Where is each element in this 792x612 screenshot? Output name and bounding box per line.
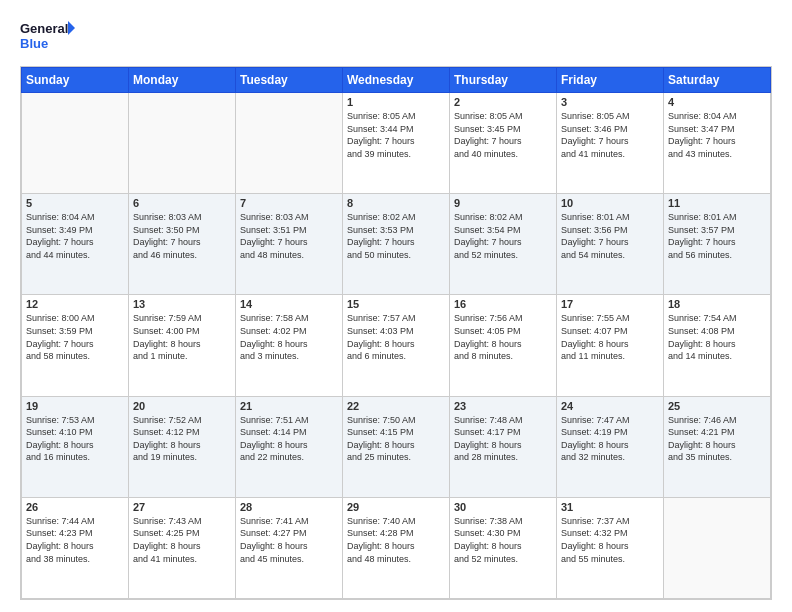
calendar-cell: 10Sunrise: 8:01 AMSunset: 3:56 PMDayligh… (557, 194, 664, 295)
day-number: 13 (133, 298, 231, 310)
day-info: Sunrise: 7:44 AMSunset: 4:23 PMDaylight:… (26, 515, 124, 565)
calendar-cell: 24Sunrise: 7:47 AMSunset: 4:19 PMDayligh… (557, 396, 664, 497)
day-number: 25 (668, 400, 766, 412)
day-number: 9 (454, 197, 552, 209)
svg-text:Blue: Blue (20, 36, 48, 51)
day-number: 24 (561, 400, 659, 412)
calendar-cell: 12Sunrise: 8:00 AMSunset: 3:59 PMDayligh… (22, 295, 129, 396)
day-info: Sunrise: 8:01 AMSunset: 3:56 PMDaylight:… (561, 211, 659, 261)
day-number: 18 (668, 298, 766, 310)
day-info: Sunrise: 8:02 AMSunset: 3:54 PMDaylight:… (454, 211, 552, 261)
calendar-cell: 28Sunrise: 7:41 AMSunset: 4:27 PMDayligh… (236, 497, 343, 598)
logo: General Blue (20, 16, 75, 56)
day-number: 17 (561, 298, 659, 310)
day-number: 26 (26, 501, 124, 513)
day-number: 3 (561, 96, 659, 108)
day-number: 19 (26, 400, 124, 412)
day-number: 29 (347, 501, 445, 513)
day-number: 28 (240, 501, 338, 513)
calendar-cell: 19Sunrise: 7:53 AMSunset: 4:10 PMDayligh… (22, 396, 129, 497)
calendar-cell: 3Sunrise: 8:05 AMSunset: 3:46 PMDaylight… (557, 93, 664, 194)
day-number: 10 (561, 197, 659, 209)
day-number: 1 (347, 96, 445, 108)
day-info: Sunrise: 7:52 AMSunset: 4:12 PMDaylight:… (133, 414, 231, 464)
day-info: Sunrise: 7:51 AMSunset: 4:14 PMDaylight:… (240, 414, 338, 464)
day-info: Sunrise: 8:03 AMSunset: 3:51 PMDaylight:… (240, 211, 338, 261)
col-sunday: Sunday (22, 68, 129, 93)
calendar-cell: 1Sunrise: 8:05 AMSunset: 3:44 PMDaylight… (343, 93, 450, 194)
day-number: 5 (26, 197, 124, 209)
calendar-cell: 2Sunrise: 8:05 AMSunset: 3:45 PMDaylight… (450, 93, 557, 194)
day-number: 27 (133, 501, 231, 513)
page: General Blue Sunday Monday Tuesday Wedne… (0, 0, 792, 612)
calendar-cell: 15Sunrise: 7:57 AMSunset: 4:03 PMDayligh… (343, 295, 450, 396)
calendar-cell (22, 93, 129, 194)
day-number: 7 (240, 197, 338, 209)
calendar-cell (664, 497, 771, 598)
day-info: Sunrise: 7:48 AMSunset: 4:17 PMDaylight:… (454, 414, 552, 464)
col-monday: Monday (129, 68, 236, 93)
calendar-cell (236, 93, 343, 194)
calendar-week-row: 26Sunrise: 7:44 AMSunset: 4:23 PMDayligh… (22, 497, 771, 598)
calendar: Sunday Monday Tuesday Wednesday Thursday… (20, 66, 772, 600)
day-info: Sunrise: 8:00 AMSunset: 3:59 PMDaylight:… (26, 312, 124, 362)
day-info: Sunrise: 7:57 AMSunset: 4:03 PMDaylight:… (347, 312, 445, 362)
day-number: 12 (26, 298, 124, 310)
day-info: Sunrise: 7:38 AMSunset: 4:30 PMDaylight:… (454, 515, 552, 565)
calendar-header-row: Sunday Monday Tuesday Wednesday Thursday… (22, 68, 771, 93)
calendar-cell: 16Sunrise: 7:56 AMSunset: 4:05 PMDayligh… (450, 295, 557, 396)
day-info: Sunrise: 7:54 AMSunset: 4:08 PMDaylight:… (668, 312, 766, 362)
col-thursday: Thursday (450, 68, 557, 93)
col-saturday: Saturday (664, 68, 771, 93)
day-info: Sunrise: 8:04 AMSunset: 3:49 PMDaylight:… (26, 211, 124, 261)
calendar-cell: 23Sunrise: 7:48 AMSunset: 4:17 PMDayligh… (450, 396, 557, 497)
day-number: 21 (240, 400, 338, 412)
calendar-cell: 29Sunrise: 7:40 AMSunset: 4:28 PMDayligh… (343, 497, 450, 598)
day-number: 23 (454, 400, 552, 412)
day-number: 20 (133, 400, 231, 412)
calendar-cell: 18Sunrise: 7:54 AMSunset: 4:08 PMDayligh… (664, 295, 771, 396)
calendar-week-row: 12Sunrise: 8:00 AMSunset: 3:59 PMDayligh… (22, 295, 771, 396)
day-info: Sunrise: 8:04 AMSunset: 3:47 PMDaylight:… (668, 110, 766, 160)
day-info: Sunrise: 7:47 AMSunset: 4:19 PMDaylight:… (561, 414, 659, 464)
day-info: Sunrise: 7:53 AMSunset: 4:10 PMDaylight:… (26, 414, 124, 464)
col-friday: Friday (557, 68, 664, 93)
calendar-cell: 5Sunrise: 8:04 AMSunset: 3:49 PMDaylight… (22, 194, 129, 295)
logo-svg: General Blue (20, 16, 75, 56)
day-number: 6 (133, 197, 231, 209)
day-info: Sunrise: 7:55 AMSunset: 4:07 PMDaylight:… (561, 312, 659, 362)
calendar-cell: 17Sunrise: 7:55 AMSunset: 4:07 PMDayligh… (557, 295, 664, 396)
day-info: Sunrise: 7:41 AMSunset: 4:27 PMDaylight:… (240, 515, 338, 565)
calendar-cell: 4Sunrise: 8:04 AMSunset: 3:47 PMDaylight… (664, 93, 771, 194)
calendar-week-row: 5Sunrise: 8:04 AMSunset: 3:49 PMDaylight… (22, 194, 771, 295)
day-number: 31 (561, 501, 659, 513)
day-info: Sunrise: 7:46 AMSunset: 4:21 PMDaylight:… (668, 414, 766, 464)
day-number: 11 (668, 197, 766, 209)
header: General Blue (20, 16, 772, 56)
calendar-cell: 6Sunrise: 8:03 AMSunset: 3:50 PMDaylight… (129, 194, 236, 295)
calendar-cell: 7Sunrise: 8:03 AMSunset: 3:51 PMDaylight… (236, 194, 343, 295)
day-number: 4 (668, 96, 766, 108)
day-info: Sunrise: 7:43 AMSunset: 4:25 PMDaylight:… (133, 515, 231, 565)
calendar-cell: 9Sunrise: 8:02 AMSunset: 3:54 PMDaylight… (450, 194, 557, 295)
calendar-cell (129, 93, 236, 194)
col-tuesday: Tuesday (236, 68, 343, 93)
calendar-cell: 11Sunrise: 8:01 AMSunset: 3:57 PMDayligh… (664, 194, 771, 295)
svg-text:General: General (20, 21, 68, 36)
day-info: Sunrise: 8:05 AMSunset: 3:45 PMDaylight:… (454, 110, 552, 160)
calendar-cell: 26Sunrise: 7:44 AMSunset: 4:23 PMDayligh… (22, 497, 129, 598)
day-info: Sunrise: 7:56 AMSunset: 4:05 PMDaylight:… (454, 312, 552, 362)
calendar-cell: 8Sunrise: 8:02 AMSunset: 3:53 PMDaylight… (343, 194, 450, 295)
day-number: 2 (454, 96, 552, 108)
day-info: Sunrise: 8:03 AMSunset: 3:50 PMDaylight:… (133, 211, 231, 261)
calendar-cell: 31Sunrise: 7:37 AMSunset: 4:32 PMDayligh… (557, 497, 664, 598)
calendar-cell: 22Sunrise: 7:50 AMSunset: 4:15 PMDayligh… (343, 396, 450, 497)
day-number: 16 (454, 298, 552, 310)
day-info: Sunrise: 8:05 AMSunset: 3:44 PMDaylight:… (347, 110, 445, 160)
day-number: 14 (240, 298, 338, 310)
calendar-cell: 21Sunrise: 7:51 AMSunset: 4:14 PMDayligh… (236, 396, 343, 497)
day-number: 30 (454, 501, 552, 513)
calendar-cell: 27Sunrise: 7:43 AMSunset: 4:25 PMDayligh… (129, 497, 236, 598)
day-info: Sunrise: 7:37 AMSunset: 4:32 PMDaylight:… (561, 515, 659, 565)
day-info: Sunrise: 8:02 AMSunset: 3:53 PMDaylight:… (347, 211, 445, 261)
